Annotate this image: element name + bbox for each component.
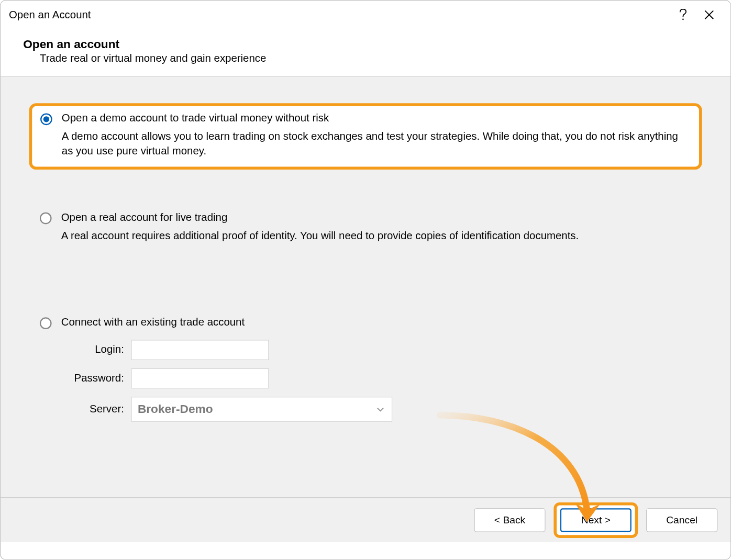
titlebar: Open an Account	[1, 1, 730, 29]
radio-existing[interactable]	[40, 317, 52, 329]
login-label: Login:	[60, 344, 131, 356]
radio-real[interactable]	[40, 212, 52, 224]
window-title: Open an Account	[9, 8, 670, 21]
help-icon	[679, 9, 687, 21]
option-real-title: Open a real account for live trading	[61, 211, 692, 223]
close-icon	[704, 10, 714, 19]
row-password: Password:	[29, 368, 702, 389]
password-label: Password:	[60, 372, 131, 385]
option-real-desc: A real account requires additional proof…	[61, 228, 692, 243]
option-existing[interactable]: Connect with an existing trade account	[29, 308, 702, 331]
wizard-body: Open a demo account to trade virtual mon…	[1, 77, 730, 497]
login-input[interactable]	[131, 340, 269, 360]
svg-point-0	[682, 18, 684, 20]
server-combobox[interactable]: Broker-Demo	[131, 397, 392, 422]
server-label: Server:	[60, 403, 131, 416]
next-button[interactable]: Next >	[560, 508, 632, 532]
radio-demo[interactable]	[40, 113, 52, 125]
row-server: Server: Broker-Demo	[29, 397, 702, 422]
option-demo-desc: A demo account allows you to learn tradi…	[62, 129, 691, 158]
page-title: Open an account	[23, 37, 708, 51]
help-button[interactable]	[670, 2, 696, 28]
close-button[interactable]	[696, 2, 722, 28]
option-existing-title: Connect with an existing trade account	[61, 316, 692, 329]
wizard-header: Open an account Trade real or virtual mo…	[1, 29, 730, 77]
server-value: Broker-Demo	[138, 402, 213, 416]
option-real[interactable]: Open a real account for live trading A r…	[29, 203, 702, 253]
next-button-highlight: Next >	[553, 502, 638, 537]
cancel-button[interactable]: Cancel	[646, 508, 717, 532]
password-input[interactable]	[131, 368, 269, 389]
option-demo[interactable]: Open a demo account to trade virtual mon…	[29, 103, 702, 169]
wizard-footer: < Back Next > Cancel	[1, 497, 730, 542]
option-demo-title: Open a demo account to trade virtual mon…	[62, 112, 691, 125]
row-login: Login:	[29, 340, 702, 360]
page-subtitle: Trade real or virtual money and gain exp…	[23, 52, 708, 65]
chevron-down-icon	[376, 402, 385, 416]
back-button[interactable]: < Back	[474, 508, 546, 532]
